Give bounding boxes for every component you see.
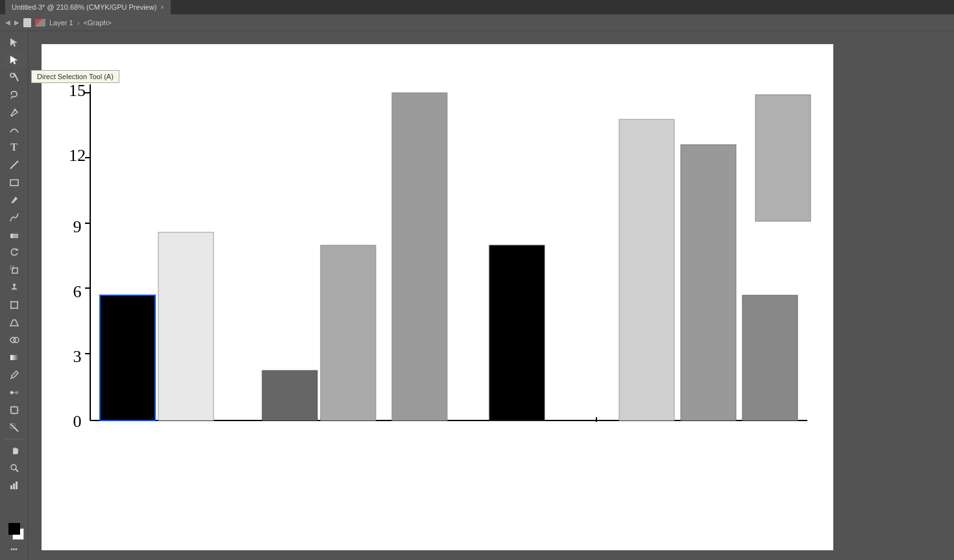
svg-marker-1 [10, 56, 18, 64]
main-layout: Direct Selection Tool (A) T [0, 31, 954, 560]
tab-label: Untitled-3* @ 210.68% (CMYK/GPU Preview) [12, 3, 156, 11]
svg-line-2 [14, 73, 18, 81]
curvature-tool-icon [9, 125, 19, 135]
y-label-3: 3 [73, 347, 82, 366]
eraser-tool-icon [9, 230, 19, 240]
zoom-tool-icon [9, 463, 19, 473]
selection-tool-icon [9, 37, 19, 47]
svg-line-38 [16, 469, 18, 472]
more-tools-icon: ••• [10, 546, 18, 553]
bar-group5-bar2 [681, 145, 736, 420]
svg-rect-7 [10, 180, 18, 186]
svg-line-6 [10, 161, 18, 169]
eyedropper-tool-button[interactable] [3, 367, 26, 383]
bar-group1-bar3 [158, 232, 214, 420]
y-label-15: 15 [69, 81, 86, 100]
shape-builder-button[interactable] [3, 332, 26, 348]
free-transform-icon [9, 300, 19, 310]
hand-tool-button[interactable] [3, 442, 26, 459]
perspective-tool-button[interactable] [3, 314, 26, 331]
svg-rect-11 [12, 268, 18, 273]
rect-tool-button[interactable] [3, 174, 26, 191]
selection-tool-button[interactable] [3, 34, 26, 51]
slice-tool-button[interactable] [3, 419, 26, 436]
scale-tool-button[interactable] [3, 262, 26, 278]
free-transform-button[interactable] [3, 297, 26, 313]
svg-rect-21 [17, 308, 18, 309]
svg-rect-25 [10, 355, 18, 360]
gradient-tool-icon [9, 352, 19, 363]
document-tab[interactable]: Untitled-3* @ 210.68% (CMYK/GPU Preview)… [5, 0, 171, 14]
svg-point-28 [15, 391, 18, 395]
color-boxes [6, 520, 23, 537]
tab-close-button[interactable]: × [160, 4, 164, 11]
svg-point-37 [11, 465, 16, 470]
layer-icon [35, 19, 45, 27]
svg-line-26 [10, 378, 12, 379]
pen-tool-icon [9, 107, 19, 117]
type-tool-icon: T [10, 141, 18, 153]
graph-tool-button[interactable] [3, 477, 26, 494]
svg-point-24 [14, 337, 19, 343]
gradient-tool-button[interactable] [3, 349, 26, 366]
bar-group4-bar2 [489, 245, 544, 420]
more-tools-button[interactable]: ••• [3, 541, 26, 557]
y-label-6: 6 [73, 282, 82, 301]
bar-group6-bar2 [755, 95, 811, 221]
y-label-9: 9 [73, 217, 82, 236]
svg-rect-17 [11, 302, 18, 308]
magic-wand-tool-button[interactable] [3, 69, 26, 86]
layer-label[interactable]: Layer 1 [49, 19, 73, 27]
bar-chart: 15 12 9 6 3 0 [42, 44, 833, 550]
artboard-tool-button[interactable] [3, 402, 26, 419]
y-label-12: 12 [69, 146, 86, 165]
rotate-tool-button[interactable] [3, 244, 26, 261]
hand-tool-icon [9, 445, 19, 456]
pen-tool-button[interactable] [3, 104, 26, 121]
type-tool-button[interactable]: T [3, 139, 26, 156]
bar-group1-bar2 [100, 295, 155, 420]
zoom-tool-button[interactable] [3, 459, 26, 476]
svg-point-5 [14, 109, 16, 111]
rect-tool-icon [9, 177, 19, 188]
direct-selection-tool-button[interactable] [3, 51, 26, 68]
line-tool-button[interactable] [3, 156, 26, 173]
graph-tool-icon [9, 480, 19, 491]
svg-rect-39 [10, 485, 12, 489]
puppet-warp-icon [9, 282, 19, 293]
svg-point-3 [10, 73, 14, 77]
shape-builder-icon [9, 335, 19, 345]
eyedropper-tool-icon [9, 370, 19, 380]
forward-arrow-icon[interactable]: ▶ [14, 19, 19, 26]
svg-line-35 [10, 424, 18, 432]
direct-selection-tool-icon [9, 55, 19, 65]
svg-rect-18 [10, 301, 12, 302]
graph-label[interactable]: <Graph> [83, 19, 111, 27]
toolbar-separator [4, 439, 25, 439]
breadcrumb-separator: › [77, 19, 80, 27]
svg-rect-41 [16, 481, 18, 489]
pencil-tool-icon [9, 195, 19, 205]
shaper-tool-button[interactable] [3, 209, 26, 226]
left-toolbar: Direct Selection Tool (A) T [0, 31, 29, 560]
pencil-tool-button[interactable] [3, 191, 26, 208]
back-arrow-icon[interactable]: ◀ [5, 19, 10, 26]
curvature-tool-button[interactable] [3, 121, 26, 138]
svg-rect-40 [13, 483, 15, 489]
svg-marker-22 [10, 320, 18, 326]
canvas-area: 15 12 9 6 3 0 [29, 31, 954, 560]
bar-group3-bar1 [392, 93, 447, 420]
shaper-tool-icon [9, 212, 19, 223]
bar-group2-bar1 [262, 371, 317, 420]
foreground-color[interactable] [8, 523, 20, 535]
blend-tool-icon [9, 387, 19, 398]
puppet-warp-button[interactable] [3, 279, 26, 296]
lasso-tool-button[interactable] [3, 86, 26, 103]
perspective-tool-icon [9, 317, 19, 328]
rotate-tool-icon [9, 247, 19, 258]
svg-rect-9 [13, 234, 18, 238]
svg-point-13 [13, 284, 16, 286]
blend-tool-button[interactable] [3, 384, 26, 401]
eraser-tool-button[interactable] [3, 226, 26, 243]
bar-group2-bar2 [321, 245, 376, 420]
